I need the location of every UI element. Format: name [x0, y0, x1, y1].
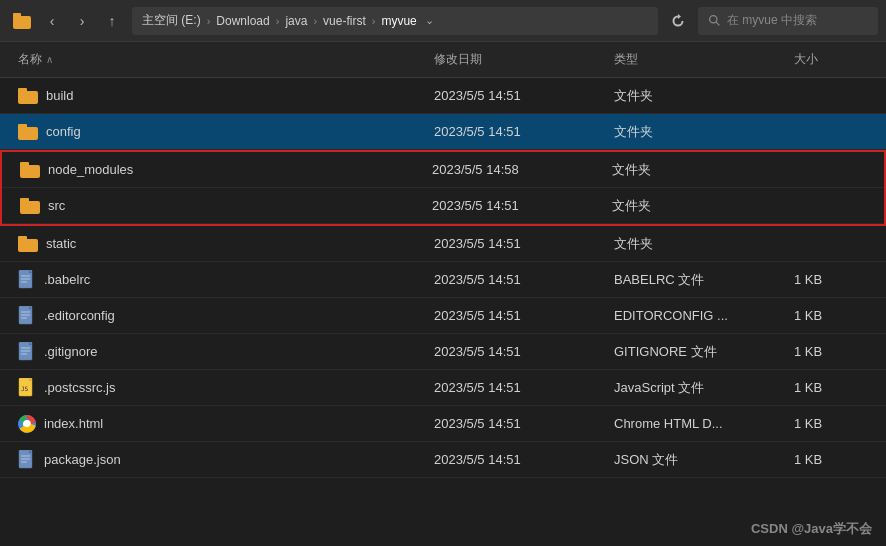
- js-icon: JS: [18, 378, 36, 398]
- file-list: 名称 ∧ 修改日期 类型 大小 build 2023/5/5 14:51 文件夹…: [0, 42, 886, 478]
- file-type: Chrome HTML D...: [606, 416, 786, 431]
- search-placeholder: 在 myvue 中搜索: [727, 12, 817, 29]
- file-name: index.html: [44, 416, 103, 431]
- svg-rect-11: [20, 198, 29, 203]
- folder-icon: [18, 88, 38, 104]
- file-row[interactable]: .babelrc 2023/5/5 14:51 BABELRC 文件 1 KB: [0, 262, 886, 298]
- breadcrumb-drive: 主空间 (E:): [142, 12, 201, 29]
- file-row[interactable]: config 2023/5/5 14:51 文件夹: [0, 114, 886, 150]
- file-row[interactable]: node_modules 2023/5/5 14:58 文件夹: [2, 152, 884, 188]
- file-icon: [18, 342, 36, 362]
- file-size: 1 KB: [786, 452, 886, 467]
- svg-point-2: [710, 16, 717, 23]
- file-rows-container: build 2023/5/5 14:51 文件夹 config 2023/5/5…: [0, 78, 886, 478]
- file-modified: 2023/5/5 14:58: [424, 162, 604, 177]
- svg-point-34: [24, 421, 30, 427]
- chrome-icon: [18, 415, 36, 433]
- file-icon: [18, 306, 36, 326]
- file-type: 文件夹: [604, 161, 784, 179]
- watermark: CSDN @Java学不会: [751, 520, 872, 538]
- folder-icon-btn[interactable]: [8, 7, 36, 35]
- file-name-cell: config: [10, 124, 426, 140]
- file-type: 文件夹: [604, 197, 784, 215]
- file-row[interactable]: index.html 2023/5/5 14:51 Chrome HTML D.…: [0, 406, 886, 442]
- file-name-cell: .gitignore: [10, 342, 426, 362]
- file-list-header: 名称 ∧ 修改日期 类型 大小: [0, 42, 886, 78]
- folder-icon: [20, 162, 40, 178]
- breadcrumb-vuefirst: vue-first: [323, 14, 366, 28]
- col-modified[interactable]: 修改日期: [426, 47, 606, 72]
- file-name: package.json: [44, 452, 121, 467]
- folder-icon: [20, 198, 40, 214]
- file-row[interactable]: static 2023/5/5 14:51 文件夹: [0, 226, 886, 262]
- file-name-cell: .editorconfig: [10, 306, 426, 326]
- file-name-cell: node_modules: [12, 162, 424, 178]
- file-modified: 2023/5/5 14:51: [426, 272, 606, 287]
- file-row[interactable]: .editorconfig 2023/5/5 14:51 EDITORCONFI…: [0, 298, 886, 334]
- file-modified: 2023/5/5 14:51: [426, 308, 606, 323]
- file-type: 文件夹: [606, 123, 786, 141]
- file-size: 1 KB: [786, 344, 886, 359]
- file-row[interactable]: build 2023/5/5 14:51 文件夹: [0, 78, 886, 114]
- file-type: BABELRC 文件: [606, 271, 786, 289]
- file-size: 1 KB: [786, 308, 886, 323]
- svg-rect-5: [18, 88, 27, 93]
- file-name: .babelrc: [44, 272, 90, 287]
- back-btn[interactable]: ‹: [38, 7, 66, 35]
- file-modified: 2023/5/5 14:51: [426, 344, 606, 359]
- svg-line-3: [716, 22, 719, 25]
- file-modified: 2023/5/5 14:51: [426, 88, 606, 103]
- svg-rect-13: [18, 236, 27, 241]
- file-type: JavaScript 文件: [606, 379, 786, 397]
- file-name: .postcssrc.js: [44, 380, 116, 395]
- file-type: GITIGNORE 文件: [606, 343, 786, 361]
- address-bar[interactable]: 主空间 (E:) › Download › java › vue-first ›…: [132, 7, 658, 35]
- sort-arrow-name: ∧: [46, 54, 53, 65]
- svg-text:JS: JS: [21, 385, 29, 392]
- file-size: 1 KB: [786, 380, 886, 395]
- file-name-cell: build: [10, 88, 426, 104]
- file-name-cell: JS .postcssrc.js: [10, 378, 426, 398]
- file-name-cell: package.json: [10, 450, 426, 470]
- address-dropdown-arrow[interactable]: ⌄: [425, 14, 434, 27]
- file-modified: 2023/5/5 14:51: [426, 452, 606, 467]
- file-name: static: [46, 236, 76, 251]
- file-type: JSON 文件: [606, 451, 786, 469]
- file-type: 文件夹: [606, 87, 786, 105]
- file-modified: 2023/5/5 14:51: [426, 236, 606, 251]
- file-modified: 2023/5/5 14:51: [426, 124, 606, 139]
- file-type: 文件夹: [606, 235, 786, 253]
- search-bar[interactable]: 在 myvue 中搜索: [698, 7, 878, 35]
- file-name-cell: static: [10, 236, 426, 252]
- svg-rect-7: [18, 124, 27, 129]
- file-modified: 2023/5/5 14:51: [426, 380, 606, 395]
- forward-btn[interactable]: ›: [68, 7, 96, 35]
- file-modified: 2023/5/5 14:51: [426, 416, 606, 431]
- file-name-cell: index.html: [10, 415, 426, 433]
- col-type[interactable]: 类型: [606, 47, 786, 72]
- file-name: .gitignore: [44, 344, 97, 359]
- file-name: src: [48, 198, 65, 213]
- file-modified: 2023/5/5 14:51: [424, 198, 604, 213]
- red-outline-group: node_modules 2023/5/5 14:58 文件夹 src 2023…: [0, 150, 886, 226]
- breadcrumb-java: java: [285, 14, 307, 28]
- folder-icon: [18, 236, 38, 252]
- file-name: build: [46, 88, 73, 103]
- file-name-cell: src: [12, 198, 424, 214]
- refresh-button[interactable]: [664, 7, 692, 35]
- file-type: EDITORCONFIG ...: [606, 308, 786, 323]
- file-row[interactable]: package.json 2023/5/5 14:51 JSON 文件 1 KB: [0, 442, 886, 478]
- breadcrumb-myvue: myvue: [381, 14, 416, 28]
- title-bar: ‹ › ↑ 主空间 (E:) › Download › java › vue-f…: [0, 0, 886, 42]
- file-size: 1 KB: [786, 416, 886, 431]
- nav-controls: ‹ › ↑: [8, 7, 126, 35]
- file-row[interactable]: JS .postcssrc.js 2023/5/5 14:51 JavaScri…: [0, 370, 886, 406]
- up-btn[interactable]: ↑: [98, 7, 126, 35]
- svg-rect-9: [20, 162, 29, 167]
- col-size[interactable]: 大小: [786, 47, 886, 72]
- file-row[interactable]: .gitignore 2023/5/5 14:51 GITIGNORE 文件 1…: [0, 334, 886, 370]
- col-name[interactable]: 名称 ∧: [10, 47, 426, 72]
- file-name-cell: .babelrc: [10, 270, 426, 290]
- file-name: node_modules: [48, 162, 133, 177]
- file-row[interactable]: src 2023/5/5 14:51 文件夹: [2, 188, 884, 224]
